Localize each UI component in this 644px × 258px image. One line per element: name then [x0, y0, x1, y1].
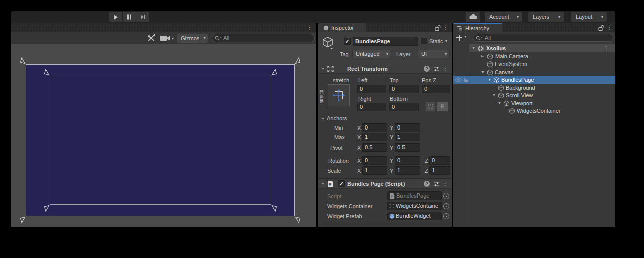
rect-transform-title: Rect Transform: [347, 63, 388, 74]
gameobject-name-field[interactable]: BundlesPage: [353, 37, 418, 46]
right-label: Right: [358, 96, 371, 102]
add-chevron-icon[interactable]: ▾: [464, 34, 466, 39]
rect-bottom-field[interactable]: 0: [389, 103, 419, 111]
foldout-arrow-icon[interactable]: ▼: [321, 182, 325, 185]
pivot-y-field[interactable]: 0.5: [395, 143, 420, 152]
rect-posz-field[interactable]: 0: [422, 85, 450, 93]
visibility-eye-icon[interactable]: [455, 77, 462, 82]
rect-right-field[interactable]: 0: [357, 103, 386, 111]
scene-viewport[interactable]: [11, 44, 316, 227]
play-button[interactable]: [109, 12, 122, 22]
object-picker-button[interactable]: [443, 203, 449, 209]
component-menu-icon[interactable]: ⋮: [443, 64, 448, 73]
tab-inspector[interactable]: Inspector: [318, 23, 366, 32]
gameobject-cube-icon[interactable]: [321, 36, 334, 49]
presets-icon[interactable]: [433, 66, 440, 72]
hierarchy-row[interactable]: ▶ Main Camera: [453, 52, 615, 60]
hierarchy-row[interactable]: Background: [453, 84, 615, 92]
account-dropdown[interactable]: Account ▾: [485, 12, 522, 22]
script-component-header[interactable]: ▼ # ✓ Bundles Page (Script) ? ⋮: [318, 178, 452, 189]
tag-dropdown[interactable]: Untagged ▾: [352, 50, 391, 58]
tag-value: Untagged: [356, 51, 380, 57]
anchors-foldout-icon[interactable]: ▼: [321, 117, 325, 120]
blueprint-mode-button[interactable]: [425, 102, 436, 112]
pause-icon: [127, 14, 132, 20]
scale-y-field[interactable]: 1: [395, 166, 420, 175]
anchors-max-y-field[interactable]: 1: [395, 133, 420, 141]
active-checkbox[interactable]: ✓: [344, 38, 351, 45]
anchors-min-x-field[interactable]: 0: [362, 123, 387, 132]
rotation-z-field[interactable]: 0: [429, 156, 450, 165]
tab-hierarchy[interactable]: Hierarchy: [453, 23, 502, 32]
scale-x-field[interactable]: 1: [362, 166, 387, 175]
foldout-arrow-icon[interactable]: ▼: [481, 68, 485, 76]
foldout-arrow-icon[interactable]: ▼: [321, 67, 325, 70]
svg-text:#: #: [391, 194, 393, 198]
presets-icon[interactable]: [433, 181, 440, 187]
hierarchy-row-scene[interactable]: ▼ Xsollus ⋮: [453, 44, 615, 52]
hierarchy-row[interactable]: ▼ Viewport: [453, 99, 615, 107]
static-checkbox[interactable]: [421, 38, 427, 44]
add-icon[interactable]: [456, 34, 463, 41]
component-menu-icon[interactable]: ⋮: [443, 179, 448, 188]
layout-dropdown[interactable]: Layout ▾: [571, 12, 607, 22]
foldout-arrow-icon[interactable]: ▼: [472, 44, 475, 52]
main-toolbar: Account ▾ Layers ▾ Layout ▾: [11, 11, 615, 23]
camera-icon[interactable]: [160, 35, 170, 41]
raw-edit-mode-button[interactable]: R: [437, 102, 448, 112]
scene-row-menu-icon[interactable]: ⋮: [604, 44, 609, 52]
hierarchy-search-input[interactable]: All: [473, 34, 613, 42]
pause-button[interactable]: [123, 12, 136, 22]
rotation-x-field[interactable]: 0: [362, 156, 387, 165]
hierarchy-menu-icon[interactable]: ⋮: [607, 23, 612, 32]
foldout-arrow-icon[interactable]: ▼: [488, 76, 491, 84]
hierarchy-row[interactable]: ▼ Scroll View: [453, 91, 615, 99]
lock-icon[interactable]: [435, 25, 441, 31]
foldout-arrow-collapsed-icon[interactable]: ▶: [481, 52, 484, 60]
rect-top-field[interactable]: 0: [389, 85, 419, 93]
pickability-hand-icon[interactable]: [463, 77, 469, 83]
inspector-panel: Inspector ⋮ ✓ BundlesPage Static ▾ Tag: [318, 23, 452, 227]
object-picker-button[interactable]: [443, 193, 449, 199]
script-component-title: Bundles Page (Script): [347, 179, 405, 189]
scale-z-field[interactable]: 1: [429, 166, 450, 175]
widget-prefab-field[interactable]: BundleWidget: [387, 212, 442, 220]
hierarchy-row-selected[interactable]: ▼ BundlesPage: [453, 76, 615, 84]
help-icon[interactable]: ?: [424, 181, 430, 187]
anchor-preset-widget[interactable]: [327, 84, 350, 107]
hierarchy-row[interactable]: WidgetsContainer: [453, 107, 615, 115]
foldout-arrow-icon[interactable]: ▼: [492, 91, 496, 99]
cloud-button[interactable]: [466, 12, 480, 22]
widgets-container-field[interactable]: WidgetsContaine: [387, 202, 442, 210]
anchors-min-y-field[interactable]: 0: [395, 123, 420, 132]
scene-menu-icon[interactable]: ⋮: [307, 23, 312, 32]
static-chevron-icon[interactable]: ▾: [445, 39, 447, 43]
layers-dropdown[interactable]: Layers ▾: [528, 12, 564, 22]
lock-icon[interactable]: [598, 25, 604, 31]
static-label: Static: [429, 38, 443, 44]
pivot-x-field[interactable]: 0.5: [362, 143, 387, 152]
step-button[interactable]: [136, 12, 149, 22]
rect-left-field[interactable]: 0: [357, 85, 386, 93]
layer-dropdown[interactable]: UI ▾: [418, 50, 450, 58]
object-picker-button[interactable]: [443, 213, 449, 219]
hierarchy-row[interactable]: EventSystem: [453, 60, 615, 68]
foldout-arrow-icon[interactable]: ▼: [498, 99, 501, 107]
camera-chevron-icon[interactable]: ▾: [172, 36, 174, 41]
gameobject-header: ✓ BundlesPage Static ▾ Tag Untagged ▾ La…: [318, 32, 452, 63]
tools-icon[interactable]: [147, 34, 156, 42]
component-enabled-checkbox[interactable]: ✓: [338, 180, 345, 187]
gizmos-dropdown[interactable]: Gizmos ▾: [177, 34, 208, 43]
anchors-max-x-field[interactable]: 1: [362, 133, 387, 141]
script-object-field[interactable]: # BundlesPage: [387, 191, 442, 200]
gameobject-name: BundlesPage: [355, 38, 390, 44]
help-icon[interactable]: ?: [424, 66, 430, 72]
rotation-y-field[interactable]: 0: [395, 156, 420, 165]
gameobject-cube-icon: [493, 77, 500, 83]
scene-toolbar: ▾ Gizmos ▾ All: [11, 32, 316, 44]
scene-search-input[interactable]: All: [212, 34, 315, 42]
rect-transform-header[interactable]: ▼ Rect Transform ? ⋮: [318, 63, 452, 74]
hierarchy-row[interactable]: ▼ Canvas: [453, 68, 615, 76]
inspector-menu-icon[interactable]: ⋮: [443, 23, 448, 32]
inspector-tabbar: Inspector ⋮: [318, 23, 452, 32]
